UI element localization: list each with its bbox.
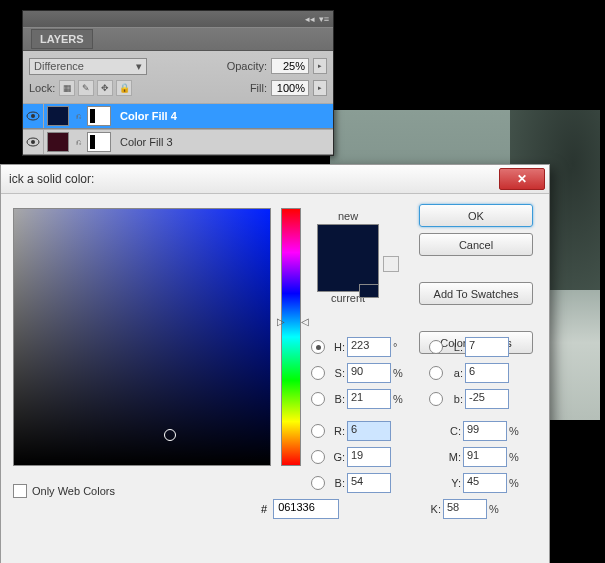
gamut-swatch[interactable]: [359, 284, 379, 298]
dialog-titlebar[interactable]: ick a solid color: ✕: [1, 165, 549, 194]
radio-l[interactable]: [429, 340, 443, 354]
hex-input[interactable]: 061336: [273, 499, 339, 519]
label-s: S:: [329, 367, 345, 379]
add-to-swatches-button[interactable]: Add To Swatches: [419, 282, 533, 305]
radio-r[interactable]: [311, 424, 325, 438]
radio-s[interactable]: [311, 366, 325, 380]
gamut-warning-icon[interactable]: [383, 256, 399, 272]
radio-b-rgb[interactable]: [311, 476, 325, 490]
label-c: C:: [445, 425, 461, 437]
ok-button[interactable]: OK: [419, 204, 533, 227]
label-k: K:: [425, 503, 441, 515]
opacity-flyout-icon[interactable]: ▸: [313, 58, 327, 74]
input-a[interactable]: 6: [465, 363, 509, 383]
visibility-toggle[interactable]: [23, 104, 44, 128]
layer-mask-thumb[interactable]: [87, 106, 111, 126]
layer-row[interactable]: ⎌ Color Fill 3: [23, 129, 333, 155]
hue-pointer-right-icon: ◁: [301, 316, 309, 327]
svg-point-3: [31, 140, 35, 144]
dialog-title: ick a solid color:: [9, 172, 94, 186]
label-b-hsb: B:: [329, 393, 345, 405]
saturation-field[interactable]: [13, 208, 271, 466]
unit-pct: %: [509, 451, 523, 463]
input-s[interactable]: 90: [347, 363, 391, 383]
label-b-rgb: B:: [329, 477, 345, 489]
layer-row[interactable]: ⎌ Color Fill 4: [23, 103, 333, 129]
new-color-swatch: [318, 225, 378, 269]
layer-mask-thumb[interactable]: [87, 132, 111, 152]
layers-tab-label: LAYERS: [31, 29, 93, 49]
web-colors-checkbox[interactable]: [13, 484, 27, 498]
opacity-label: Opacity:: [227, 60, 267, 72]
input-r[interactable]: 6: [347, 421, 391, 441]
input-l[interactable]: 7: [465, 337, 509, 357]
label-h: H:: [329, 341, 345, 353]
input-b-lab[interactable]: -25: [465, 389, 509, 409]
lock-all-icon[interactable]: 🔒: [116, 80, 132, 96]
lock-move-icon[interactable]: ✥: [97, 80, 113, 96]
layers-tab[interactable]: LAYERS: [23, 27, 333, 51]
layer-name: Color Fill 3: [120, 136, 173, 148]
lock-label: Lock:: [29, 82, 55, 94]
hue-pointer-left-icon: ▷: [277, 316, 285, 327]
link-icon: ⎌: [72, 137, 84, 147]
input-h[interactable]: 223: [347, 337, 391, 357]
unit-pct: %: [393, 393, 407, 405]
radio-g[interactable]: [311, 450, 325, 464]
input-g[interactable]: 19: [347, 447, 391, 467]
input-k[interactable]: 58: [443, 499, 487, 519]
lock-transparency-icon[interactable]: ▦: [59, 80, 75, 96]
label-a: a:: [447, 367, 463, 379]
fill-input[interactable]: 100%: [271, 80, 309, 96]
visibility-toggle[interactable]: [23, 130, 44, 154]
close-button[interactable]: ✕: [499, 168, 545, 190]
label-y: Y:: [445, 477, 461, 489]
input-m[interactable]: 91: [463, 447, 507, 467]
input-b-hsb[interactable]: 21: [347, 389, 391, 409]
cancel-button[interactable]: Cancel: [419, 233, 533, 256]
input-y[interactable]: 45: [463, 473, 507, 493]
unit-pct: %: [509, 477, 523, 489]
link-icon: ⎌: [72, 111, 84, 121]
blend-mode-value: Difference: [34, 60, 84, 72]
label-m: M:: [445, 451, 461, 463]
hue-slider[interactable]: [281, 208, 301, 466]
fill-label: Fill:: [250, 82, 267, 94]
unit-pct: %: [489, 503, 503, 515]
input-b-rgb[interactable]: 54: [347, 473, 391, 493]
unit-deg: °: [393, 341, 407, 353]
radio-b-hsb[interactable]: [311, 392, 325, 406]
color-marker[interactable]: [164, 429, 176, 441]
color-preview: [317, 224, 379, 292]
web-colors-label: Only Web Colors: [32, 485, 115, 497]
label-b-lab: b:: [447, 393, 463, 405]
new-label: new: [317, 210, 379, 222]
radio-b-lab[interactable]: [429, 392, 443, 406]
radio-h[interactable]: [311, 340, 325, 354]
layer-name: Color Fill 4: [120, 110, 177, 122]
lock-paint-icon[interactable]: ✎: [78, 80, 94, 96]
radio-a[interactable]: [429, 366, 443, 380]
label-g: G:: [329, 451, 345, 463]
blend-mode-select[interactable]: Difference▾: [29, 58, 147, 75]
menu-icon[interactable]: ▾≡: [319, 14, 329, 24]
input-c[interactable]: 99: [463, 421, 507, 441]
layers-panel: ◂◂ ▾≡ LAYERS Difference▾ Opacity: 25% ▸ …: [22, 10, 334, 156]
label-r: R:: [329, 425, 345, 437]
fill-flyout-icon[interactable]: ▸: [313, 80, 327, 96]
lock-icons: ▦ ✎ ✥ 🔒: [59, 80, 132, 96]
unit-pct: %: [509, 425, 523, 437]
chevron-down-icon: ▾: [136, 60, 142, 73]
collapse-icon[interactable]: ◂◂: [305, 14, 315, 24]
opacity-input[interactable]: 25%: [271, 58, 309, 74]
unit-pct: %: [393, 367, 407, 379]
panel-titlebar: ◂◂ ▾≡: [23, 11, 333, 27]
hex-label: #: [261, 503, 267, 515]
svg-point-1: [31, 114, 35, 118]
color-picker-dialog: ick a solid color: ✕ ▷ ◁ new current OK …: [0, 164, 550, 563]
layer-color-swatch[interactable]: [47, 106, 69, 126]
layer-color-swatch[interactable]: [47, 132, 69, 152]
label-l: L:: [447, 341, 463, 353]
